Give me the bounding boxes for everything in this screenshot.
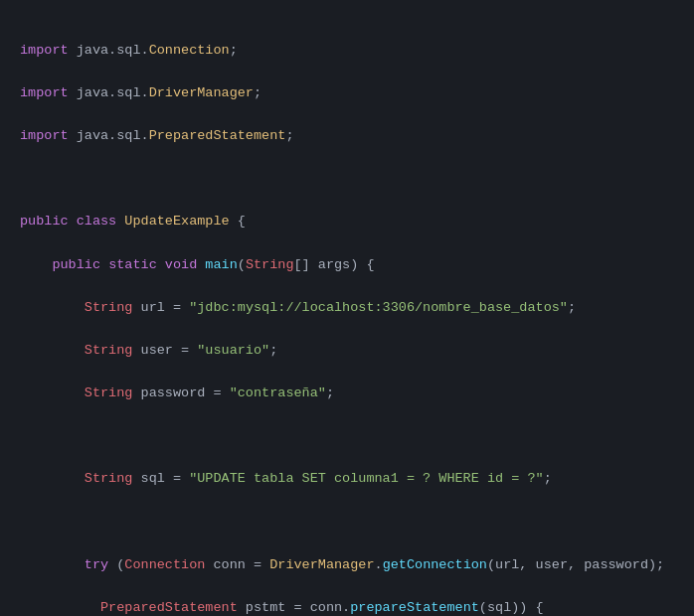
line-9: String password = "contraseña"; [20,383,674,404]
line-6: public static void main(String[] args) { [20,254,674,276]
line-8: String user = "usuario"; [20,340,674,362]
line-4 [20,168,674,190]
line-12 [20,512,674,534]
line-2: import java.sql.DriverManager; [20,82,674,104]
line-1: import java.sql.Connection; [20,40,674,62]
line-7: String url = "jdbc:mysql://localhost:330… [20,297,674,319]
line-14: PreparedStatement pstmt = conn.prepareSt… [20,597,674,616]
line-11: String sql = "UPDATE tabla SET columna1 … [20,468,674,490]
line-3: import java.sql.PreparedStatement; [20,125,674,147]
line-5: public class UpdateExample { [20,211,674,232]
code-editor: import java.sql.Connection; import java.… [20,18,674,616]
line-10 [20,425,674,447]
line-13: try (Connection conn = DriverManager.get… [20,554,674,576]
